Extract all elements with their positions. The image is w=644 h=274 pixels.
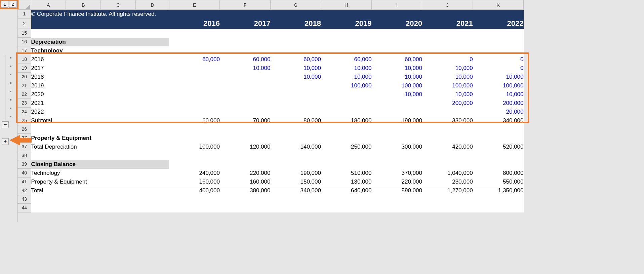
cell[interactable]: 160,000: [169, 178, 220, 186]
row-header[interactable]: 26: [18, 125, 31, 134]
cell[interactable]: 2022: [31, 108, 169, 116]
cell[interactable]: Subtotal: [31, 116, 169, 125]
row-header[interactable]: 15: [18, 29, 31, 38]
cell[interactable]: 240,000: [169, 169, 220, 178]
cell[interactable]: 2022: [473, 18, 524, 29]
cell[interactable]: 10,000: [422, 73, 473, 81]
cell[interactable]: [220, 29, 271, 38]
column-header[interactable]: E: [169, 0, 220, 10]
cell[interactable]: Total: [31, 186, 169, 195]
cell[interactable]: [321, 151, 372, 160]
cell[interactable]: 420,000: [422, 143, 473, 151]
cell[interactable]: [473, 125, 524, 134]
row-header[interactable]: 17: [18, 46, 31, 55]
cell[interactable]: [169, 125, 220, 134]
outline-collapse-button[interactable]: −: [2, 121, 9, 128]
cell[interactable]: [473, 46, 524, 55]
cell[interactable]: 0: [473, 55, 524, 64]
column-header[interactable]: I: [371, 0, 422, 10]
cell[interactable]: 20,000: [473, 108, 524, 116]
cell[interactable]: 250,000: [321, 143, 372, 151]
cell[interactable]: [169, 160, 220, 169]
cell[interactable]: [270, 38, 321, 46]
cell[interactable]: [422, 151, 473, 160]
cell[interactable]: [169, 151, 220, 160]
column-header[interactable]: G: [270, 0, 321, 10]
cell[interactable]: [31, 195, 169, 204]
column-header[interactable]: B: [66, 0, 101, 10]
cell[interactable]: 340,000: [270, 186, 321, 195]
cell[interactable]: [169, 90, 220, 99]
cell[interactable]: [31, 18, 169, 29]
cell[interactable]: 2016: [31, 55, 169, 64]
cell[interactable]: [220, 10, 271, 18]
cell[interactable]: 800,000: [473, 169, 524, 178]
cell[interactable]: 2018: [270, 18, 321, 29]
cell[interactable]: 2017: [31, 64, 169, 73]
outline-expand-button[interactable]: +: [2, 138, 9, 145]
cell[interactable]: [169, 81, 220, 90]
cell[interactable]: [321, 99, 372, 108]
cell[interactable]: 10,000: [321, 64, 372, 73]
outline-level-2[interactable]: 2: [9, 1, 16, 8]
cell[interactable]: [422, 204, 473, 212]
cell[interactable]: [473, 195, 524, 204]
cell[interactable]: 10,000: [270, 73, 321, 81]
cell[interactable]: 100,000: [371, 81, 422, 90]
cell[interactable]: 100,000: [169, 143, 220, 151]
cell[interactable]: 2021: [422, 18, 473, 29]
cell[interactable]: 100,000: [321, 81, 372, 90]
cell[interactable]: [169, 29, 220, 38]
cell[interactable]: 640,000: [321, 186, 372, 195]
cell[interactable]: [422, 38, 473, 46]
row-header[interactable]: 21: [18, 81, 31, 90]
cell[interactable]: [321, 108, 372, 116]
cell[interactable]: 100,000: [473, 81, 524, 90]
cell[interactable]: [321, 160, 372, 169]
cell[interactable]: [270, 125, 321, 134]
cell[interactable]: 590,000: [371, 186, 422, 195]
cell[interactable]: 10,000: [270, 64, 321, 73]
cell[interactable]: [270, 46, 321, 55]
cell[interactable]: [270, 204, 321, 212]
cell[interactable]: 130,000: [321, 178, 372, 186]
cell[interactable]: 230,000: [422, 178, 473, 186]
cell[interactable]: [220, 73, 271, 81]
column-header[interactable]: A: [31, 0, 66, 10]
cell[interactable]: [422, 195, 473, 204]
cell[interactable]: [473, 160, 524, 169]
cell[interactable]: 0: [422, 55, 473, 64]
cell[interactable]: [321, 125, 372, 134]
column-header[interactable]: D: [136, 0, 169, 10]
cell[interactable]: [321, 46, 372, 55]
cell[interactable]: 60,000: [169, 55, 220, 64]
row-header[interactable]: 2: [18, 18, 31, 29]
cell[interactable]: [270, 134, 321, 143]
cell[interactable]: © Corporate Finance Institute. All right…: [31, 10, 169, 18]
cell[interactable]: 1,350,000: [473, 186, 524, 195]
cell[interactable]: [473, 204, 524, 212]
cell[interactable]: [371, 29, 422, 38]
row-header[interactable]: 38: [18, 151, 31, 160]
cell[interactable]: [220, 46, 271, 55]
cell[interactable]: 100,000: [422, 81, 473, 90]
cell[interactable]: [371, 38, 422, 46]
row-header[interactable]: 18: [18, 55, 31, 64]
cell[interactable]: 10,000: [220, 64, 271, 73]
cell[interactable]: 10,000: [422, 90, 473, 99]
cell[interactable]: Depreciation: [31, 38, 169, 46]
cell[interactable]: 220,000: [220, 169, 271, 178]
cell[interactable]: 2020: [371, 18, 422, 29]
cell[interactable]: [321, 195, 372, 204]
cell[interactable]: 10,000: [371, 64, 422, 73]
cell[interactable]: 300,000: [371, 143, 422, 151]
cell[interactable]: 1,270,000: [422, 186, 473, 195]
cell[interactable]: [473, 134, 524, 143]
row-header[interactable]: 25: [18, 116, 31, 125]
cell[interactable]: 0: [473, 64, 524, 73]
row-header[interactable]: 24: [18, 108, 31, 116]
cell[interactable]: [270, 90, 321, 99]
cell[interactable]: [371, 204, 422, 212]
cell[interactable]: [270, 195, 321, 204]
cell[interactable]: [220, 99, 271, 108]
